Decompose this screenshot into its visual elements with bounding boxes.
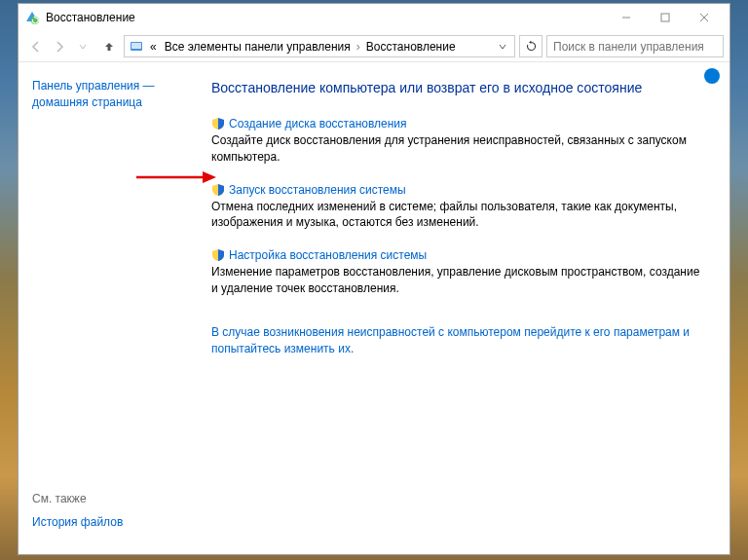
help-button[interactable] xyxy=(704,68,720,84)
configure-system-restore-link[interactable]: Настройка восстановления системы xyxy=(229,248,427,262)
open-system-restore-desc: Отмена последних изменений в системе; фа… xyxy=(211,199,708,232)
recovery-icon xyxy=(24,10,40,25)
back-button[interactable] xyxy=(24,35,48,58)
see-also-label: См. также xyxy=(32,492,198,505)
control-panel-home-link[interactable]: Панель управления — домашняя страница xyxy=(32,79,155,109)
titlebar: Восстановление xyxy=(19,4,729,31)
configure-system-restore-desc: Изменение параметров восстановления, упр… xyxy=(211,264,708,297)
breadcrumb-item-all[interactable]: Все элементы панели управления xyxy=(161,40,355,54)
control-panel-icon xyxy=(129,39,144,55)
shield-icon xyxy=(211,117,225,131)
svg-rect-2 xyxy=(661,14,669,21)
content-area: Панель управления — домашняя страница См… xyxy=(19,62,729,554)
shield-icon xyxy=(211,248,225,262)
create-recovery-drive-link[interactable]: Создание диска восстановления xyxy=(229,117,407,131)
address-bar: « Все элементы панели управления › Восст… xyxy=(19,31,729,62)
close-button[interactable] xyxy=(685,5,724,30)
open-system-restore-link[interactable]: Запуск восстановления системы xyxy=(229,183,406,197)
recent-dropdown[interactable] xyxy=(71,35,94,58)
troubleshoot-link[interactable]: В случае возникновения неисправностей с … xyxy=(211,324,708,357)
section-system-restore: Запуск восстановления системы Отмена пос… xyxy=(211,183,708,232)
up-button[interactable] xyxy=(98,36,120,57)
window-controls xyxy=(607,5,724,30)
forward-button[interactable] xyxy=(48,35,71,58)
window-title: Восстановление xyxy=(46,11,607,24)
breadcrumb-prefix[interactable]: « xyxy=(146,40,161,54)
svg-rect-6 xyxy=(131,43,141,49)
file-history-link[interactable]: История файлов xyxy=(32,515,123,529)
minimize-button[interactable] xyxy=(607,5,646,30)
shield-icon xyxy=(211,183,225,197)
refresh-button[interactable] xyxy=(519,35,542,57)
section-create-recovery-drive: Создание диска восстановления Создайте д… xyxy=(211,117,708,166)
page-title: Восстановление компьютера или возврат ег… xyxy=(211,80,708,95)
chevron-right-icon: › xyxy=(355,40,362,54)
chevron-down-icon[interactable] xyxy=(495,42,510,52)
create-recovery-drive-desc: Создайте диск восстановления для устране… xyxy=(211,132,708,166)
sidebar: Панель управления — домашняя страница См… xyxy=(19,62,211,554)
section-configure-restore: Настройка восстановления системы Изменен… xyxy=(211,248,708,297)
main-panel: Восстановление компьютера или возврат ег… xyxy=(211,62,729,554)
breadcrumb[interactable]: « Все элементы панели управления › Восст… xyxy=(124,35,515,57)
maximize-button[interactable] xyxy=(646,5,685,30)
breadcrumb-item-recovery[interactable]: Восстановление xyxy=(362,40,460,54)
search-input[interactable] xyxy=(546,35,724,57)
control-panel-window: Восстановление « Все элементы панели упр… xyxy=(18,3,730,555)
